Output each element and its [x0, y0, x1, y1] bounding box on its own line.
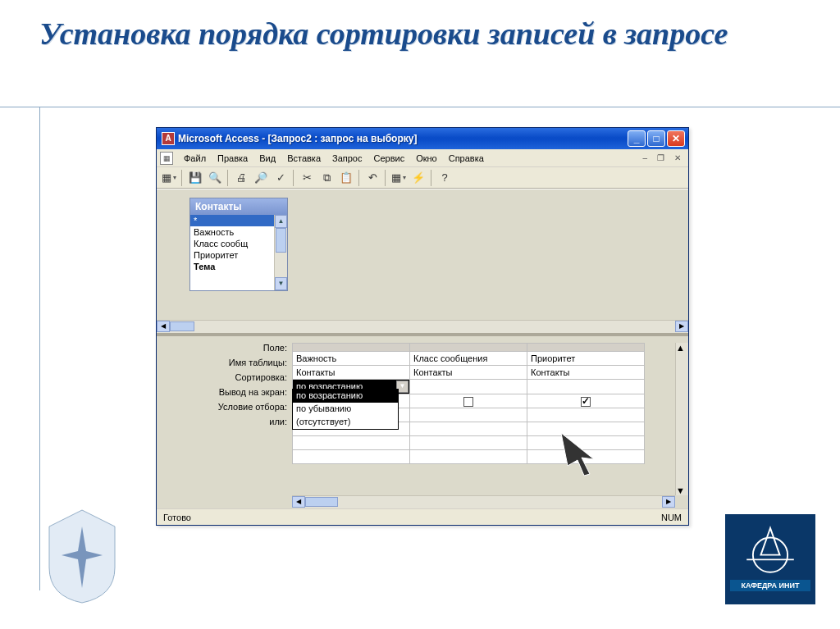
undo-button[interactable]: ↶	[363, 169, 381, 187]
status-text: Готово	[163, 513, 191, 522]
field-asterisk[interactable]: *	[190, 215, 287, 226]
mdi-restore[interactable]: ❐	[653, 153, 669, 163]
slide-title: Установка порядка сортировки записей в з…	[39, 15, 728, 54]
cell-criteria-2[interactable]	[527, 408, 645, 422]
field-class[interactable]: Класс сообщ	[190, 238, 287, 249]
lower-hscroll[interactable]: ◀ ▶	[292, 495, 675, 508]
hscroll-thumb[interactable]	[170, 321, 194, 331]
cell-field-1[interactable]: Класс сообщения	[410, 352, 527, 366]
divider-v	[39, 107, 40, 590]
cell-or-1[interactable]	[410, 422, 527, 436]
menu-window[interactable]: Окно	[410, 152, 443, 165]
access-window: A Microsoft Access - [Запрос2 : запрос н…	[156, 127, 689, 526]
hscroll-left-icon[interactable]: ◀	[157, 321, 170, 332]
menu-help[interactable]: Справка	[443, 152, 490, 165]
label-sort: Сортировка:	[157, 372, 292, 387]
scroll-up-icon[interactable]: ▲	[275, 215, 287, 228]
view-dropdown[interactable]: ▦	[160, 169, 178, 187]
col-selector[interactable]	[410, 344, 527, 352]
field-priority[interactable]: Приоритет	[190, 249, 287, 261]
document-icon: ▦	[160, 152, 173, 165]
sort-option-none[interactable]: (отсутствует)	[293, 416, 398, 429]
mdi-close[interactable]: ✕	[670, 153, 685, 163]
toolbar: ▦ 💾 🔍 🖨 🔎 ✓ ✂ ⧉ 📋 ↶ ▦ ⚡ ?	[157, 167, 688, 189]
cell-table-2[interactable]: Контакты	[527, 366, 645, 380]
minimize-button[interactable]: _	[628, 130, 646, 147]
cell-criteria-1[interactable]	[410, 408, 527, 422]
hscroll-right-icon[interactable]: ▶	[662, 496, 675, 508]
run-button[interactable]: ⚡	[409, 169, 427, 187]
menu-insert[interactable]: Вставка	[281, 152, 326, 165]
col-selector[interactable]	[293, 344, 410, 352]
logo-right: КАФЕДРА ИНИТ	[725, 514, 815, 604]
field-subject[interactable]: Тема	[190, 261, 287, 272]
mdi-minimize[interactable]: –	[638, 153, 651, 163]
scroll-down-icon[interactable]: ▼	[275, 277, 287, 290]
menu-file[interactable]: Файл	[178, 152, 212, 165]
upper-hscroll[interactable]: ◀ ▶	[157, 320, 688, 333]
label-show: Вывод на экран:	[157, 387, 292, 402]
paste-button[interactable]: 📋	[337, 169, 355, 187]
cell-show-1[interactable]	[410, 394, 527, 408]
sort-option-asc[interactable]: по возрастанию	[293, 390, 398, 403]
maximize-button[interactable]: □	[647, 130, 665, 147]
mdi-buttons: – ❐ ✕	[638, 153, 685, 163]
scroll-up-icon[interactable]: ▲	[676, 343, 688, 353]
hscroll-right-icon[interactable]: ▶	[675, 321, 688, 332]
cell-show-2[interactable]	[527, 394, 645, 408]
row-labels: Поле: Имя таблицы: Сортировка: Вывод на …	[157, 336, 292, 508]
sort-dropdown-list[interactable]: по возрастанию по убыванию (отсутствует)	[292, 389, 399, 430]
status-num: NUM	[661, 513, 682, 522]
spell-button[interactable]: ✓	[272, 169, 290, 187]
cell-table-0[interactable]: Контакты	[293, 366, 410, 380]
design-grid-pane: Поле: Имя таблицы: Сортировка: Вывод на …	[157, 336, 688, 508]
checkbox-icon[interactable]	[463, 397, 473, 407]
field-importance[interactable]: Важность	[190, 226, 287, 238]
save-button[interactable]: 💾	[186, 169, 204, 187]
help-button[interactable]: ?	[436, 169, 454, 187]
tables-pane: Контакты * Важность Класс сообщ Приорите…	[157, 189, 688, 336]
preview-button[interactable]: 🔎	[252, 169, 270, 187]
cell-sort-1[interactable]	[410, 380, 527, 394]
menubar: ▦ Файл Правка Вид Вставка Запрос Сервис …	[157, 149, 688, 167]
cell-table-1[interactable]: Контакты	[410, 366, 527, 380]
label-or: или:	[157, 417, 292, 431]
hscroll-thumb[interactable]	[305, 497, 338, 507]
copy-button[interactable]: ⧉	[317, 169, 336, 187]
fieldlist-scrollbar[interactable]: ▲ ▼	[274, 215, 287, 290]
menu-edit[interactable]: Правка	[212, 152, 253, 165]
access-icon: A	[162, 132, 175, 145]
cell-field-2[interactable]: Приоритет	[527, 352, 645, 366]
scroll-down-icon[interactable]: ▼	[676, 485, 688, 495]
hscroll-left-icon[interactable]: ◀	[292, 496, 305, 508]
cell-sort-2[interactable]	[527, 380, 645, 394]
cell-or-2[interactable]	[527, 422, 645, 436]
menu-view[interactable]: Вид	[253, 152, 281, 165]
col-selector[interactable]	[527, 344, 645, 352]
menu-service[interactable]: Сервис	[368, 152, 410, 165]
search-button[interactable]: 🔍	[206, 169, 224, 187]
label-field: Поле:	[157, 343, 292, 358]
window-title: Microsoft Access - [Запрос2 : запрос на …	[178, 133, 628, 144]
table-contacts[interactable]: Контакты * Важность Класс сообщ Приорите…	[189, 198, 288, 291]
print-button[interactable]: 🖨	[232, 169, 250, 187]
label-criteria: Условие отбора:	[157, 402, 292, 417]
cut-button[interactable]: ✂	[298, 169, 316, 187]
table-title: Контакты	[190, 198, 287, 215]
checkbox-checked-icon[interactable]	[581, 397, 591, 407]
scroll-thumb[interactable]	[276, 228, 286, 253]
close-button[interactable]: ✕	[667, 130, 685, 147]
menu-query[interactable]: Запрос	[326, 152, 368, 165]
cell-field-0[interactable]: Важность	[293, 352, 410, 366]
logo-left	[41, 506, 123, 604]
statusbar: Готово NUM	[157, 508, 688, 525]
titlebar: A Microsoft Access - [Запрос2 : запрос н…	[157, 128, 688, 149]
lower-vscroll[interactable]: ▲ ▼	[675, 343, 688, 495]
querytype-button[interactable]: ▦	[390, 169, 408, 187]
field-list[interactable]: * Важность Класс сообщ Приоритет Тема ▲ …	[190, 215, 287, 290]
sort-option-desc[interactable]: по убыванию	[293, 403, 398, 416]
divider-h	[0, 107, 840, 107]
logo-right-label: КАФЕДРА ИНИТ	[730, 580, 810, 591]
label-table: Имя таблицы:	[157, 358, 292, 372]
